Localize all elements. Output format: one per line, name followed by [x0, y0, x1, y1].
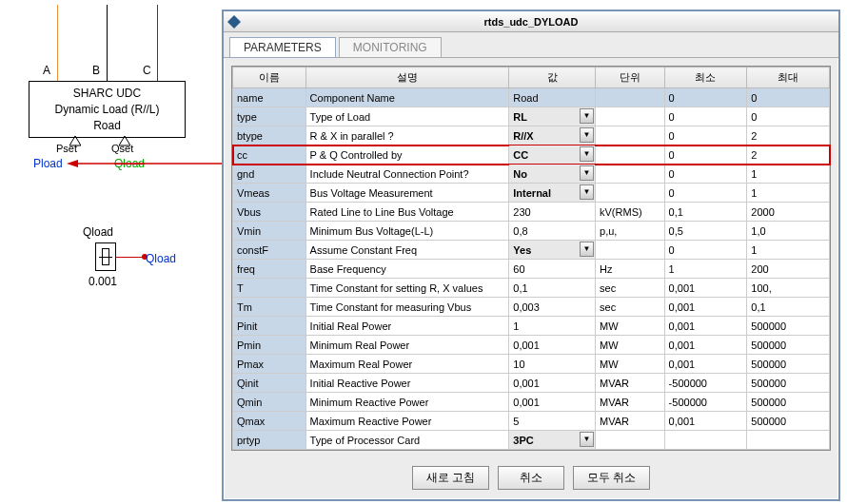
cancel-all-button[interactable]: 모두 취소 — [573, 466, 650, 490]
chevron-down-icon[interactable]: ▼ — [580, 127, 594, 143]
param-desc-cell: Minimum Reactive Power — [305, 393, 509, 412]
param-max-cell: 2 — [747, 145, 830, 165]
param-value-cell[interactable]: CC▼ — [509, 145, 596, 165]
param-value-text: 3PC — [513, 435, 533, 446]
col-desc[interactable]: 설명 — [305, 68, 509, 88]
param-value-cell[interactable]: 0,001 — [509, 393, 596, 412]
parameter-table-wrap: 이름 설명 값 단위 최소 최대 nameComponent NameRoad0… — [231, 66, 831, 451]
table-row: gndInclude Neutral Connection Point?No▼0… — [233, 165, 830, 184]
qload-const-value: 0.001 — [89, 275, 117, 288]
table-row: prtypType of Processor Card3PC▼ — [233, 431, 830, 450]
terminal-label-c: C — [143, 64, 151, 77]
table-row: VminMinimum Bus Voltage(L-L)0,8p,u,0,51,… — [233, 222, 830, 241]
chevron-down-icon[interactable]: ▼ — [580, 242, 594, 257]
load-block-line1: SHARC UDC — [30, 86, 185, 102]
table-row: nameComponent NameRoad00 — [233, 88, 830, 107]
refresh-button[interactable]: 새로 고침 — [412, 466, 489, 490]
param-value-text: Internal — [513, 187, 551, 199]
cancel-button[interactable]: 취소 — [498, 466, 564, 490]
param-max-cell: 500000 — [747, 374, 830, 393]
param-desc-cell: Type of Load — [305, 107, 509, 126]
param-desc-cell: Time Constant for measuring Vbus — [305, 298, 509, 317]
qload-const-block[interactable] — [95, 242, 116, 271]
param-unit-cell: p,u, — [596, 222, 665, 241]
col-name[interactable]: 이름 — [233, 68, 306, 88]
load-block-line3: Road — [30, 118, 185, 134]
param-value-cell[interactable]: Internal▼ — [509, 184, 596, 203]
param-value-cell[interactable]: 0,003 — [509, 298, 596, 317]
chevron-down-icon[interactable]: ▼ — [580, 165, 594, 181]
param-value-cell[interactable]: No▼ — [509, 165, 596, 184]
chevron-down-icon[interactable]: ▼ — [580, 432, 594, 447]
param-name-cell: Tm — [233, 298, 306, 317]
window-title: rtds_udc_DYLOAD — [483, 16, 578, 28]
tab-monitoring[interactable]: MONITORING — [339, 37, 442, 57]
param-value-text: CC — [513, 149, 528, 161]
terminal-line-c — [157, 5, 158, 81]
param-value-cell[interactable]: Yes▼ — [509, 241, 596, 260]
param-unit-cell: MVAR — [596, 412, 665, 431]
param-max-cell: 0 — [747, 88, 830, 107]
param-name-cell: Vmeas — [233, 184, 306, 203]
param-max-cell: 500000 — [747, 317, 830, 336]
param-max-cell: 0,1 — [747, 298, 830, 317]
param-unit-cell: MVAR — [596, 393, 665, 412]
tab-parameters[interactable]: PARAMETERS — [229, 37, 336, 58]
qload-const-label: Qload — [83, 225, 113, 239]
param-value-cell[interactable]: R//X▼ — [509, 126, 596, 145]
param-value-cell[interactable]: 1 — [509, 317, 596, 336]
param-name-cell: prtyp — [233, 431, 306, 450]
param-name-cell: Qinit — [233, 374, 306, 393]
param-unit-cell — [596, 145, 665, 165]
chevron-down-icon[interactable]: ▼ — [580, 108, 594, 124]
param-value-cell[interactable]: 60 — [509, 260, 596, 279]
param-max-cell: 500000 — [747, 412, 830, 431]
param-desc-cell: Initial Real Power — [305, 317, 509, 336]
col-max[interactable]: 최대 — [747, 68, 830, 88]
chevron-down-icon[interactable]: ▼ — [580, 146, 594, 162]
param-unit-cell: MW — [596, 317, 665, 336]
load-block[interactable]: SHARC UDC Dynamic Load (R//L) Road — [29, 81, 186, 138]
param-desc-cell: Minimum Bus Voltage(L-L) — [305, 222, 509, 241]
param-max-cell: 2000 — [747, 203, 830, 222]
param-name-cell: Pmax — [233, 355, 306, 374]
param-min-cell: 0,001 — [664, 298, 747, 317]
param-unit-cell: MW — [596, 336, 665, 355]
param-desc-cell: Component Name — [305, 88, 509, 107]
param-desc-cell: Time Constant for setting R, X values — [305, 279, 509, 298]
param-unit-cell — [596, 126, 665, 145]
table-row: QinitInitial Reactive Power0,001MVAR-500… — [233, 374, 830, 393]
param-max-cell: 500000 — [747, 336, 830, 355]
param-min-cell: 0,5 — [664, 222, 747, 241]
param-value-cell[interactable]: Road — [509, 88, 596, 107]
param-value-cell[interactable]: 0,1 — [509, 279, 596, 298]
param-value-cell[interactable]: 3PC▼ — [509, 431, 596, 450]
chevron-down-icon[interactable]: ▼ — [580, 184, 594, 200]
param-value-cell[interactable]: 5 — [509, 412, 596, 431]
param-value-text: R//X — [513, 130, 533, 142]
param-max-cell: 1 — [747, 241, 830, 260]
titlebar[interactable]: rtds_udc_DYLOAD — [224, 11, 838, 32]
col-unit[interactable]: 단위 — [596, 68, 665, 88]
col-val[interactable]: 값 — [509, 68, 596, 88]
parameter-table: 이름 설명 값 단위 최소 최대 nameComponent NameRoad0… — [232, 67, 830, 450]
param-value-cell[interactable]: 10 — [509, 355, 596, 374]
param-min-cell: 0,001 — [664, 279, 747, 298]
table-row: PinitInitial Real Power1MW0,001500000 — [233, 317, 830, 336]
param-name-cell: btype — [233, 126, 306, 145]
col-min[interactable]: 최소 — [664, 68, 747, 88]
param-max-cell: 2 — [747, 126, 830, 145]
param-min-cell: 0,001 — [664, 336, 747, 355]
param-min-cell: 0 — [664, 107, 747, 126]
param-value-cell[interactable]: RL▼ — [509, 107, 596, 126]
param-value-cell[interactable]: 0,001 — [509, 374, 596, 393]
param-min-cell: 0 — [664, 165, 747, 184]
param-desc-cell: Initial Reactive Power — [305, 374, 509, 393]
param-max-cell: 1,0 — [747, 222, 830, 241]
param-value-cell[interactable]: 0,001 — [509, 336, 596, 355]
param-value-text: Yes — [513, 244, 531, 256]
param-value-cell[interactable]: 230 — [509, 203, 596, 222]
param-value-cell[interactable]: 0,8 — [509, 222, 596, 241]
table-row: PminMinimum Real Power0,001MW0,001500000 — [233, 336, 830, 355]
param-unit-cell — [596, 431, 665, 450]
